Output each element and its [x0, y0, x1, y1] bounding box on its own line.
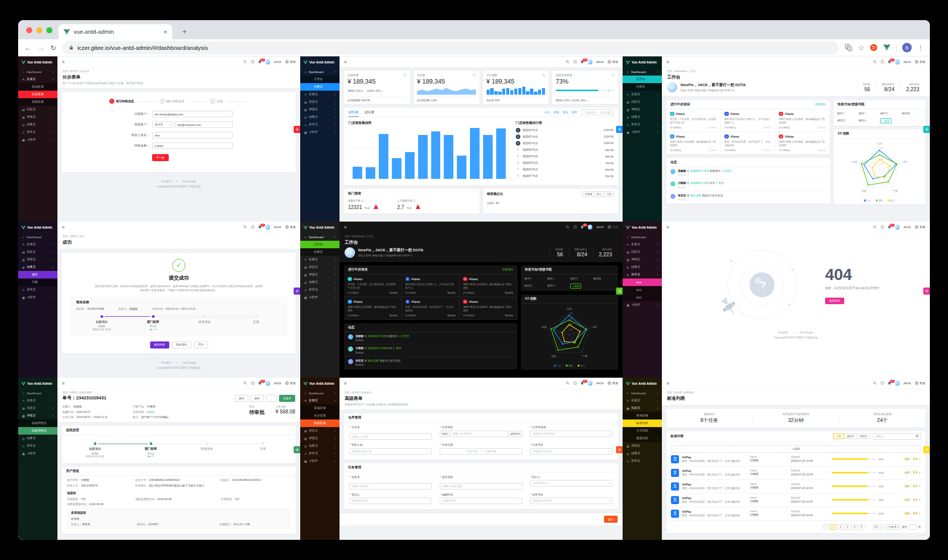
actor-name[interactable]: 林东东 — [678, 194, 686, 197]
sidebar-item[interactable]: 工作台 — [623, 76, 662, 83]
info-icon[interactable]: ⓘ — [473, 74, 476, 77]
theme-settings-button[interactable] — [294, 288, 300, 295]
forward-button[interactable]: → — [37, 44, 44, 51]
page-button[interactable]: ‹ — [824, 524, 829, 530]
sidebar-item[interactable]: ⚠ 异常页 ∨ — [623, 457, 662, 465]
submit-button[interactable]: 提交 — [604, 516, 618, 523]
sidebar-item[interactable]: ▤ 列表页 ∨ — [18, 106, 57, 113]
edit-link[interactable]: 编辑 — [905, 512, 910, 515]
search-icon[interactable] — [243, 225, 247, 229]
sidebar-item[interactable]: ◎ 结果页 ∨ — [623, 113, 662, 121]
range-link[interactable]: 今日 — [545, 111, 550, 114]
sidebar-item[interactable]: ◎ 结果页 ∨ — [300, 442, 340, 450]
more-link[interactable]: 更多 — [913, 512, 918, 515]
actor-name[interactable]: 付晓晓 — [356, 346, 364, 349]
task-title[interactable]: AliPay — [682, 483, 750, 486]
browser-tab[interactable]: vue-antd-admin × — [58, 24, 172, 39]
sidebar-item[interactable]: ▥ 详情页 ∨ — [18, 256, 57, 263]
all-projects-link[interactable]: 全部项目 — [502, 268, 513, 271]
sidebar-item[interactable]: ◎ 结果页 ∨ — [18, 435, 57, 442]
sidebar-item[interactable]: ⚠ 异常页 ∨ — [18, 128, 57, 136]
target-link[interactable]: 项目进展 — [368, 359, 378, 362]
target-link[interactable]: 留言 — [718, 181, 724, 184]
kebab-menu-icon[interactable]: ⋮ — [917, 44, 924, 51]
print-button[interactable]: 打印 — [194, 341, 208, 348]
sidebar-item[interactable]: 403 — [623, 286, 662, 294]
sidebar-item[interactable]: ◎ 结果页 ∨ — [623, 450, 662, 457]
list-search-input[interactable] — [875, 435, 916, 438]
project-group[interactable]: 科学搬砖组 — [724, 126, 736, 129]
question-icon[interactable] — [573, 60, 577, 64]
menu-fold-icon[interactable]: ≡ — [666, 225, 669, 230]
user-name[interactable]: JACK — [903, 382, 911, 385]
sidebar-item[interactable]: ○ Dashboard ∧ — [300, 68, 340, 76]
quick-op-link[interactable]: 操作二 — [858, 112, 878, 115]
target-link[interactable]: 八月迭代 — [398, 334, 409, 337]
action-button[interactable]: 操作 — [250, 395, 264, 402]
quick-op-link[interactable]: 操作四 — [593, 277, 615, 281]
sidebar-item[interactable]: ▥ 详情页 ∨ — [623, 256, 662, 263]
sidebar-item[interactable]: 高级表单 — [18, 98, 57, 106]
user-avatar[interactable] — [588, 381, 593, 386]
task-row[interactable]: 支 AliPay 那是一种内在的东西，他们到达不了，也无法触及的 Owner 付… — [666, 494, 925, 507]
project-card[interactable]: A Alipay 那时候我只会想自己想要什么，从不想自己拥有什么 科学搬砖组9小… — [721, 109, 775, 132]
reload-button[interactable]: ↻ — [50, 44, 56, 51]
sidebar-item[interactable]: 高级表单 — [300, 419, 340, 427]
search-icon[interactable] — [566, 225, 570, 229]
edit-link[interactable]: 编辑 — [905, 498, 910, 501]
quick-op-link[interactable]: 操作五 — [524, 284, 546, 288]
remind-time-picker[interactable]: 请选择时间○ — [440, 498, 522, 504]
language-selector[interactable]: 简体 — [285, 60, 296, 64]
repo-admin-select[interactable]: 请选择仓库管理员∨ — [530, 431, 613, 437]
legend-item[interactable]: 个人 — [554, 365, 562, 367]
executor-select[interactable]: 请选择执行人∨ — [530, 480, 613, 486]
task-title[interactable]: AliPay — [682, 510, 750, 513]
breadcrumb[interactable]: 首页 / Dashboard / 工作台 — [667, 69, 925, 73]
sidebar-item[interactable]: ▥ 详情页 ∨ — [623, 442, 662, 450]
question-icon[interactable] — [251, 60, 255, 64]
menu-fold-icon[interactable]: ≡ — [344, 59, 347, 64]
project-group[interactable]: 科学搬砖组 — [348, 314, 359, 317]
view-project-button[interactable]: 查看项目 — [172, 341, 191, 348]
legend-item[interactable]: 个人 — [864, 199, 871, 202]
footer-link-ant[interactable]: Ant Design — [183, 180, 196, 183]
related-doc-link[interactable]: 12421 — [147, 410, 154, 413]
bookmark-star-icon[interactable]: ☆ — [858, 44, 864, 52]
sidebar-item[interactable]: ▥ 详情页 ∨ — [300, 435, 340, 442]
menu-fold-icon[interactable]: ≡ — [666, 59, 669, 64]
sidebar-item[interactable]: 基础表单 — [300, 404, 340, 412]
task-title[interactable]: AliPay — [682, 469, 750, 472]
project-group[interactable]: 科学搬砖组 — [779, 149, 790, 152]
breadcrumb[interactable]: 首页 / 列表页 / 标准列表 — [667, 391, 925, 394]
sidebar-item[interactable]: ○ Dashboard ∨ — [18, 233, 57, 241]
minimize-window-button[interactable] — [36, 27, 42, 33]
sidebar-item[interactable]: ▦ 小组件 ∨ — [300, 128, 340, 136]
sidebar-item[interactable]: ▤ 列表页 ∨ — [623, 98, 662, 106]
more-link[interactable]: 更多 — [913, 471, 918, 474]
sidebar-item[interactable]: ✎ 表单页 ∧ — [300, 397, 340, 404]
language-selector[interactable]: 简体 — [607, 60, 619, 64]
sidebar-item[interactable]: ◎ 结果页 ∧ — [18, 263, 57, 271]
new-tab-button[interactable]: ＋ — [178, 25, 190, 37]
quick-op-link[interactable]: 操作六 — [858, 119, 878, 122]
breadcrumb[interactable]: 首页 / 表单页 / 高级表单 — [345, 391, 618, 394]
sidebar-item[interactable]: 高级详情页 — [18, 427, 57, 435]
sidebar-item[interactable]: ▥ 详情页 ∨ — [300, 271, 340, 278]
sidebar-item[interactable]: ▥ 详情页 ∨ — [623, 106, 662, 113]
project-card[interactable]: A Alipay 城镇中有那么多的酒馆，她却偏偏走进了我的酒馆 科学搬砖组9小时… — [775, 132, 830, 155]
extension-icon[interactable] — [870, 44, 877, 51]
task-row[interactable]: 支 AliPay 那是一种内在的东西，他们到达不了，也无法触及的 Owner 付… — [666, 507, 925, 521]
task-row[interactable]: 支 AliPay 那是一种内在的东西，他们到达不了，也无法触及的 Owner 付… — [666, 453, 925, 466]
sidebar-item[interactable]: ⚠ 异常页 ∨ — [18, 442, 57, 450]
project-card[interactable]: A Alipay 城镇中有那么多的酒馆，她却偏偏走进了我的酒馆 科学搬砖组9小时… — [344, 297, 402, 320]
profile-avatar[interactable]: h — [902, 43, 912, 52]
channel-button[interactable]: 全渠道 — [582, 191, 595, 197]
page-button[interactable]: 10 — [873, 524, 879, 530]
brand[interactable]: Vue Antd Admin — [300, 378, 340, 389]
sidebar-item[interactable]: ▦ 小组件 ∨ — [300, 294, 340, 301]
menu-fold-icon[interactable]: ≡ — [62, 381, 64, 386]
channel-button[interactable]: 线上 — [594, 191, 604, 197]
notification-bell[interactable]: 12 — [258, 60, 262, 64]
footer-link-pro[interactable]: Pro首页 — [162, 361, 172, 364]
project-card[interactable]: A Alipay 希望是一个好东西，也许是最好的，好东西是不会消亡的 科学搬砖组… — [344, 274, 402, 297]
